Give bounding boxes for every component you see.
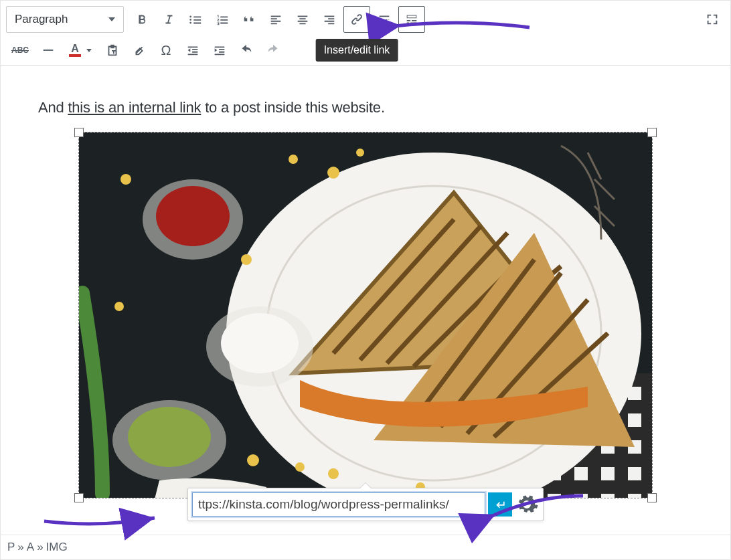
insert-link-button[interactable]: Insert/edit link — [343, 6, 370, 33]
toolbar-toggle-icon — [404, 12, 419, 27]
link-icon — [349, 12, 364, 27]
align-right-button[interactable] — [317, 7, 342, 32]
fullscreen-icon — [705, 12, 720, 27]
resize-handle-bl[interactable] — [74, 493, 84, 502]
breadcrumb-img[interactable]: IMG — [46, 541, 68, 554]
breadcrumb-a[interactable]: A — [27, 541, 34, 554]
dropdown-caret-icon — [108, 17, 115, 21]
unordered-list-icon — [188, 12, 203, 27]
toolbar-row-1: Paragraph Insert/edit link — [1, 3, 730, 35]
text-color-icon: A — [69, 43, 81, 57]
content-image[interactable] — [79, 132, 652, 498]
align-center-icon — [295, 12, 310, 27]
apply-link-button[interactable] — [488, 492, 512, 517]
ordered-list-icon — [215, 12, 230, 27]
svg-point-35 — [128, 407, 211, 467]
svg-point-44 — [328, 468, 339, 479]
undo-icon — [239, 43, 254, 58]
link-url-input[interactable] — [192, 492, 485, 517]
breadcrumb-sep: » — [37, 541, 43, 554]
blockquote-button[interactable] — [236, 7, 262, 32]
format-select[interactable]: Paragraph — [6, 6, 124, 33]
internal-link[interactable]: this is an internal link — [68, 99, 201, 116]
italic-icon — [161, 12, 176, 27]
svg-point-36 — [120, 174, 131, 185]
text-color-button[interactable]: A — [62, 37, 98, 63]
resize-handle-tr[interactable] — [647, 128, 657, 137]
breadcrumb-sep: » — [17, 541, 23, 554]
selected-image-wrapper[interactable] — [78, 132, 653, 498]
bold-icon — [135, 12, 149, 27]
editor-toolbars: Paragraph Insert/edit link ABC — [1, 1, 730, 66]
horizontal-rule-icon — [41, 43, 56, 58]
align-left-button[interactable] — [263, 7, 289, 32]
svg-point-41 — [114, 302, 124, 311]
resize-handle-tl[interactable] — [74, 128, 84, 137]
paragraph[interactable]: And this is an internal link to a post i… — [38, 96, 693, 118]
dropdown-caret-icon — [86, 49, 92, 52]
editor-window: Paragraph Insert/edit link ABC — [0, 0, 731, 560]
horizontal-rule-button[interactable] — [35, 37, 61, 63]
annotation-arrow-left — [41, 501, 161, 537]
special-char-icon: Ω — [161, 43, 171, 58]
redo-icon — [266, 43, 280, 58]
strikethrough-icon: ABC — [11, 45, 29, 55]
paragraph-text-after: to a post inside this website. — [201, 99, 384, 116]
fullscreen-button[interactable] — [700, 7, 725, 32]
svg-point-40 — [241, 254, 252, 265]
clear-formatting-button[interactable] — [127, 37, 152, 63]
indent-icon — [212, 43, 227, 58]
paste-text-button[interactable] — [100, 37, 125, 63]
align-right-icon — [322, 12, 337, 27]
svg-point-38 — [327, 167, 339, 179]
resize-handle-br[interactable] — [647, 493, 657, 502]
link-tooltip: Insert/edit link — [316, 39, 398, 62]
align-left-icon — [268, 12, 283, 27]
editor-content[interactable]: And this is an internal link to a post i… — [1, 66, 730, 498]
toolbar-toggle-button[interactable] — [398, 6, 425, 33]
outdent-icon — [185, 43, 200, 58]
svg-point-33 — [221, 313, 299, 373]
svg-point-43 — [295, 462, 305, 472]
italic-button[interactable] — [156, 7, 181, 32]
paragraph-text-before: And — [38, 99, 68, 116]
clear-formatting-icon — [132, 43, 147, 58]
apply-arrow-icon — [493, 498, 507, 511]
redo-button[interactable] — [260, 37, 286, 63]
link-settings-icon — [515, 492, 539, 517]
link-settings-button[interactable] — [515, 492, 539, 517]
svg-point-42 — [247, 454, 259, 466]
unordered-list-button[interactable] — [183, 7, 208, 32]
bold-button[interactable] — [129, 7, 155, 32]
special-char-button[interactable]: Ω — [153, 37, 179, 63]
strikethrough-button[interactable]: ABC — [6, 37, 34, 63]
blockquote-icon — [242, 12, 256, 27]
align-center-button[interactable] — [290, 7, 315, 32]
link-popover — [187, 488, 544, 521]
breadcrumb-p[interactable]: P — [7, 541, 15, 554]
svg-point-37 — [289, 155, 298, 164]
indent-button[interactable] — [207, 37, 232, 63]
read-more-button[interactable] — [372, 7, 397, 32]
ordered-list-button[interactable] — [210, 7, 235, 32]
read-more-icon — [377, 12, 392, 27]
undo-button[interactable] — [234, 37, 259, 63]
outdent-button[interactable] — [180, 37, 206, 63]
element-path-breadcrumb: P » A » IMG — [1, 535, 730, 559]
svg-point-31 — [156, 186, 230, 246]
paste-text-icon — [105, 43, 120, 58]
format-select-label: Paragraph — [15, 13, 68, 26]
svg-point-39 — [356, 149, 364, 157]
